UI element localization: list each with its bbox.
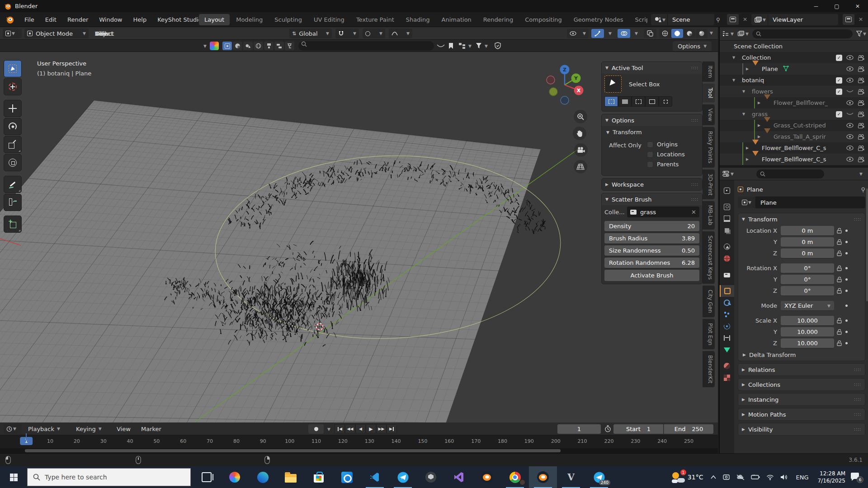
hide-assetbar-icon[interactable]: [437, 44, 445, 48]
transform-orientation[interactable]: ⇅ Global ▼: [289, 28, 332, 38]
auto-key-dropdown[interactable]: ▼: [327, 427, 330, 432]
stopwatch-icon[interactable]: [604, 425, 611, 432]
gizmo-neg-x[interactable]: [547, 76, 555, 84]
expand-icon[interactable]: ▶: [746, 157, 752, 161]
overlays-dropdown[interactable]: ▼: [631, 27, 641, 40]
lock-icon[interactable]: [837, 318, 842, 324]
timeline-ruler[interactable]: 1102030405060708090100110120130140150160…: [0, 435, 718, 448]
next-keyframe-button[interactable]: ▶▶: [376, 424, 387, 433]
lock-icon[interactable]: [837, 288, 842, 294]
eye-icon[interactable]: [846, 66, 854, 71]
blenderkit-logo-icon[interactable]: [210, 42, 219, 50]
mode-selector[interactable]: Object Mode ▼: [24, 28, 89, 38]
workspace-tab[interactable]: UV Editing: [308, 14, 350, 25]
prev-keyframe-button[interactable]: ◀◀: [345, 424, 355, 433]
object-datablock-icon[interactable]: ▼: [738, 197, 756, 208]
tool-move[interactable]: [4, 100, 22, 117]
gizmo-neg-y[interactable]: [549, 88, 557, 96]
tab-collection[interactable]: [720, 269, 734, 281]
tab-data[interactable]: [720, 344, 734, 356]
exclude-checkbox[interactable]: ✓: [836, 89, 842, 95]
lock-icon[interactable]: [837, 250, 842, 256]
tool-scale[interactable]: [4, 136, 22, 153]
expand-icon[interactable]: ▶: [758, 123, 764, 127]
new-scene-button[interactable]: [727, 14, 739, 25]
expand-icon[interactable]: ▶: [758, 135, 764, 139]
hierarchy-icon[interactable]: [458, 42, 466, 49]
camera-visibility-icon[interactable]: [858, 89, 864, 94]
camera-visibility-icon[interactable]: [858, 157, 864, 162]
shading-solid-button[interactable]: [671, 29, 683, 38]
animate-dot-icon[interactable]: [845, 342, 848, 344]
timeline-tick[interactable]: 110: [311, 438, 321, 444]
rotation-mode-dropdown[interactable]: XYZ Euler ▼: [781, 301, 834, 310]
transform-value-field[interactable]: 0 m: [781, 226, 834, 235]
outliner-row[interactable]: ▼ ▶ Grass_Cut-striped ✓: [720, 120, 868, 131]
options-button[interactable]: Options ▼: [673, 41, 712, 51]
delete-viewlayer-button[interactable]: ✕: [856, 14, 865, 25]
scale-value-field[interactable]: 10.000: [781, 338, 834, 348]
keying-menu[interactable]: Keying▼: [76, 422, 102, 435]
camera-view-button[interactable]: [574, 143, 588, 157]
close[interactable]: [847, 0, 868, 12]
minimize[interactable]: [806, 0, 826, 12]
tray-wifi-icon[interactable]: [766, 474, 774, 480]
expand-icon[interactable]: ▼: [732, 56, 739, 60]
lock-icon[interactable]: [837, 228, 842, 234]
select-mode-subtract[interactable]: [632, 96, 645, 107]
animate-dot-icon[interactable]: [845, 241, 848, 243]
n-panel-tab[interactable]: Risky Points: [703, 127, 715, 167]
animate-dot-icon[interactable]: [845, 267, 848, 269]
tab-object[interactable]: [720, 285, 734, 297]
timeline-tick[interactable]: 160: [444, 438, 454, 444]
tray-cast-icon[interactable]: [722, 474, 730, 480]
workspace-header[interactable]: ▶ Workspace ::::: [602, 178, 702, 190]
panel-grip-icon[interactable]: ::::: [854, 217, 861, 221]
clock[interactable]: 12:28 AM 7/16/2025: [817, 470, 845, 484]
jump-to-end-button[interactable]: ▶: [387, 424, 397, 433]
workspace-tab[interactable]: Sculpting: [269, 14, 307, 25]
taskbar-app-explorer[interactable]: [277, 466, 305, 488]
taskbar-app-unity[interactable]: [417, 466, 445, 488]
tab-particles[interactable]: [720, 309, 734, 320]
tool-annotate[interactable]: [4, 176, 22, 193]
bk-scenes-tab[interactable]: [243, 42, 253, 50]
expand-icon[interactable]: ▶: [746, 146, 752, 150]
animate-dot-icon[interactable]: [845, 252, 848, 254]
camera-visibility-icon[interactable]: [858, 78, 864, 83]
marker-menu[interactable]: Marker: [141, 422, 161, 435]
delta-transform-header[interactable]: ▶ Delta Transform: [738, 349, 865, 361]
tool-measure[interactable]: [4, 194, 22, 211]
scale-value-field[interactable]: 10.000: [781, 316, 834, 325]
n-panel-tab[interactable]: MB-Lab: [703, 201, 715, 230]
view-menu[interactable]: View: [117, 422, 131, 435]
timeline-tick[interactable]: 250: [684, 438, 693, 444]
timeline-tick[interactable]: 180: [498, 438, 507, 444]
scale-value-field[interactable]: 10.000: [781, 327, 834, 337]
outliner-row[interactable]: ▼ ▶ Flower_Bellflower_C_s ✓: [720, 154, 868, 165]
taskbar-app-v[interactable]: V: [557, 466, 585, 488]
perspective-toggle-button[interactable]: [574, 160, 587, 174]
tool-select-box[interactable]: [4, 60, 22, 77]
animate-dot-icon[interactable]: [845, 305, 848, 307]
exclude-checkbox[interactable]: ✓: [836, 55, 842, 61]
snapping-widget[interactable]: ▼: [335, 28, 359, 38]
tab-texture[interactable]: [720, 372, 734, 384]
brush-slider[interactable]: Rotation Randomnes 6.28: [604, 258, 699, 268]
shading-wireframe-button[interactable]: [659, 29, 671, 38]
properties-scrollbar[interactable]: [866, 188, 868, 301]
n-panel-tab[interactable]: City Gen: [703, 286, 715, 317]
camera-visibility-icon[interactable]: [858, 145, 864, 151]
workspace-tab[interactable]: Scripting: [629, 14, 647, 25]
shading-rendered-button[interactable]: [696, 29, 708, 38]
auto-key-button[interactable]: [308, 424, 324, 434]
brush-slider[interactable]: Brush Radius 3.89: [604, 233, 699, 244]
active-tool-header[interactable]: ▼ Active Tool ::::: [602, 62, 702, 74]
timeline-tick[interactable]: 210: [578, 438, 587, 444]
taskbar-app-taskview[interactable]: [193, 466, 221, 488]
workspace-tab[interactable]: Modeling: [231, 14, 268, 25]
taskbar-app-telegram[interactable]: [389, 466, 417, 488]
tool-cursor[interactable]: [4, 78, 22, 95]
pan-button[interactable]: [573, 127, 586, 140]
select-mode-new[interactable]: [604, 96, 618, 107]
